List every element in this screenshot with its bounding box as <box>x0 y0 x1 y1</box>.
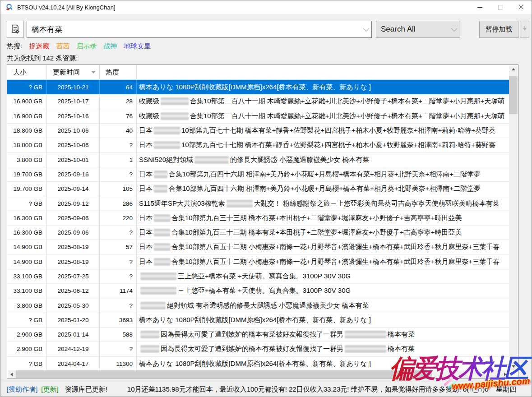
cell-heat: ? <box>100 226 137 240</box>
cell-size: 2.900 GB <box>7 328 47 342</box>
table-row[interactable]: 3.800 GB2025-10-011SSNI520絕對領域 的修長大腿誘惑 小… <box>7 152 509 167</box>
censored-blur <box>194 156 229 164</box>
title-text: 橋本有菜 <box>388 345 415 353</box>
result-title: 因為長得太可愛了遭到嫉妒的橋本有菜被好友報復找了一群男 橋本有菜 <box>137 342 509 356</box>
title-text: 合集10部第九百三十三期 橋本有菜+本田桃子+二階堂夢+堀澤麻友+小野優子+吉高… <box>171 228 462 237</box>
download-button[interactable] <box>520 21 529 38</box>
cell-heat: ? <box>100 255 137 269</box>
result-title: 絕對領域 有著透明感的修長大腿誘惑 小惡魔過膝襪美少女 橋本有菜 <box>137 298 509 312</box>
cell-heat: 64 <box>100 80 137 94</box>
arrow-down-icon <box>512 365 515 368</box>
scroll-up-button[interactable] <box>509 65 518 73</box>
title-text: 的修長大腿誘惑 小惡魔過膝襪美少女 橋本有菜 <box>230 156 369 164</box>
table-row[interactable]: 3.800 GB2025-05-30?絕對領域 有著透明感的修長大腿誘惑 小惡魔… <box>7 298 509 313</box>
table-row[interactable]: 33.100 GB2025-07-25? 三上悠亞+橋本有菜 +天使萌。寫真合集… <box>7 269 509 284</box>
table-row[interactable]: 16.900 GB2025-10-1728收藏级合集10部第二百八十一期 木崎愛… <box>7 94 509 109</box>
title-text: 收藏级 <box>139 97 159 106</box>
scroll-right-button[interactable] <box>501 370 509 378</box>
cell-heat: 220 <box>100 211 137 225</box>
table-row[interactable]: 18.800 GB2025-10-06?日本10部第九百七十七期 橋本有菜+靜香… <box>7 138 509 152</box>
title-text: 橋本有菜 <box>388 330 415 339</box>
cell-date: 2025-07-25 <box>47 269 100 283</box>
cell-date: 2025-10-16 <box>47 109 100 123</box>
table-row[interactable]: 16.300 GB2025-09-06220日本合集10部第九百三十三期 橋本有… <box>7 211 509 226</box>
title-text: 日本 <box>139 185 153 193</box>
minimize-button[interactable] <box>469 0 490 14</box>
cell-heat: ? <box>100 269 137 283</box>
chevron-down-icon <box>451 26 457 32</box>
table-row[interactable]: ? GB2024-04-1711300橋本ありな 1080P刮削收藏版[DMM原… <box>7 357 509 371</box>
sponsor-author-link[interactable]: [赞助作者] <box>7 385 37 394</box>
column-header-date[interactable]: 更新时间 <box>47 65 100 79</box>
vertical-scroll-thumb[interactable] <box>509 76 518 114</box>
table-row[interactable]: 14.900 GB2025-08-1957日本合集10部第八百五十二期 小梅惠奈… <box>7 240 509 254</box>
censored-blur <box>154 243 170 251</box>
pause-loading-button[interactable]: 暂停加载 <box>479 21 518 38</box>
engine-select[interactable]: Search All <box>376 21 460 38</box>
title-bar: BTSOU v24.10.24 [All By KiongChan] <box>0 0 532 14</box>
table-row[interactable]: 16.900 GB2025-10-1676收藏级合集10部第二百八十一期 木崎愛… <box>7 109 509 124</box>
maximize-button[interactable] <box>490 0 511 14</box>
table-row[interactable]: 2.900 GB2025-01-14588 因為長得太可愛了遭到嫉妒的橋本有菜被… <box>7 328 509 342</box>
hotsearch-list: 捉迷藏茜茜启示录战神地球女皇 <box>29 42 151 51</box>
cell-size: 18.800 GB <box>7 124 47 138</box>
title-text: 日本 <box>139 243 153 251</box>
cell-size: ? GB <box>7 80 47 94</box>
cell-heat: 76 <box>100 109 137 123</box>
cell-heat: ? <box>100 342 137 356</box>
close-button[interactable] <box>511 0 532 14</box>
censored-blur <box>154 229 170 236</box>
search-input[interactable] <box>27 21 361 37</box>
title-text: 日本 <box>139 214 153 222</box>
search-dropdown-arrow[interactable] <box>361 28 371 31</box>
title-text: 日本 <box>139 228 153 237</box>
cell-size: ? GB <box>7 196 47 210</box>
table-row[interactable]: ? GB2025-10-2164橋本ありな 1080P刮削收藏版[DMM原档]x… <box>7 80 509 94</box>
vertical-scrollbar[interactable] <box>509 65 518 370</box>
cell-heat: 1 <box>100 152 137 166</box>
censored-blur <box>161 97 189 105</box>
table-row[interactable]: 19.700 GB2025-09-16?日本合集10部第九百四十六期 相澤南+美… <box>7 167 509 182</box>
horizontal-scroll-thumb[interactable] <box>16 370 432 378</box>
title-text: 日本 <box>139 258 153 266</box>
cell-date: 2025-09-16 <box>47 167 100 181</box>
table-row[interactable]: ? GB2025-09-12286S115週年SP大共演03榨乾素大亂交！ 粉絲… <box>7 196 509 211</box>
table-row[interactable]: 16.300 GB2025-09-06?日本合集10部第九百三十三期 橋本有菜+… <box>7 226 509 240</box>
cell-size: 19.700 GB <box>7 167 47 181</box>
search-combobox[interactable] <box>27 21 372 38</box>
hotsearch-item[interactable]: 茜茜 <box>56 42 69 51</box>
table-row[interactable]: 33.100 GB2025-06-121174 三上悠亞+橋本有菜 +天使萌。寫… <box>7 284 509 298</box>
cell-date: 2024-12-19 <box>47 342 100 356</box>
title-text: SSNI520絕對領域 <box>139 156 193 164</box>
hotsearch-item[interactable]: 捉迷藏 <box>29 42 49 51</box>
app-logo-magnifier-icon <box>5 3 14 11</box>
table-row[interactable]: 2.900 GB2024-12-19? 因為長得太可愛了遭到嫉妒的橋本有菜被好友… <box>7 342 509 356</box>
cell-date: 2025-10-21 <box>47 80 100 94</box>
hotsearch-item[interactable]: 战神 <box>103 42 117 51</box>
horizontal-scrollbar[interactable] <box>8 370 509 378</box>
table-row[interactable]: 19.700 GB2025-09-14105日本合集10部第九百四十六期 相澤南… <box>7 182 509 196</box>
title-text: 橋本ありな 1080P刮削收藏版[DMM原档]x264[桥本有菜、新有菜、新あり… <box>139 83 371 92</box>
table-row[interactable]: ? GB2025-01-203693橋本ありな 1080P刮削收藏版[DMM原档… <box>7 313 509 328</box>
hotsearch-item[interactable]: 启示录 <box>76 42 97 51</box>
cell-size: 18.800 GB <box>7 138 47 152</box>
column-header-size[interactable]: 大小 <box>7 65 47 79</box>
update-link[interactable]: [更新] <box>41 385 58 394</box>
status-message: 10月还差1135.98元才能回本，最近收入100元都没有! 22日仅收入33.… <box>127 385 489 394</box>
cell-date: 2025-10-17 <box>47 94 100 108</box>
column-header-title[interactable] <box>137 65 518 79</box>
column-header-heat[interactable]: 热度 <box>100 65 137 79</box>
censored-blur <box>154 214 170 222</box>
search-settings-button[interactable] <box>7 21 24 38</box>
title-text: 三上悠亞+橋本有菜 +天使萌。寫真合集。3100P 30V 30G <box>178 286 351 295</box>
table-row[interactable]: 14.900 GB2025-08-19?日本合集10部第八百五十二期 小梅惠奈+… <box>7 255 509 269</box>
scroll-left-button[interactable] <box>8 370 15 378</box>
results-table: 大小 更新时间 热度 ? GB2025-10-2164橋本ありな 1080P刮削… <box>7 65 518 379</box>
scroll-down-button[interactable] <box>509 363 518 370</box>
cell-size: 33.100 GB <box>7 269 47 283</box>
censored-blur <box>345 345 386 353</box>
table-row[interactable]: 18.800 GB2025-10-0640日本10部第九百七十七期 橋本有菜+靜… <box>7 124 509 138</box>
cell-heat: ? <box>100 167 137 181</box>
result-title: 日本合集10部第九百三十三期 橋本有菜+本田桃子+二階堂夢+堀澤麻友+小野優子+… <box>137 211 509 225</box>
hotsearch-item[interactable]: 地球女皇 <box>124 42 151 51</box>
